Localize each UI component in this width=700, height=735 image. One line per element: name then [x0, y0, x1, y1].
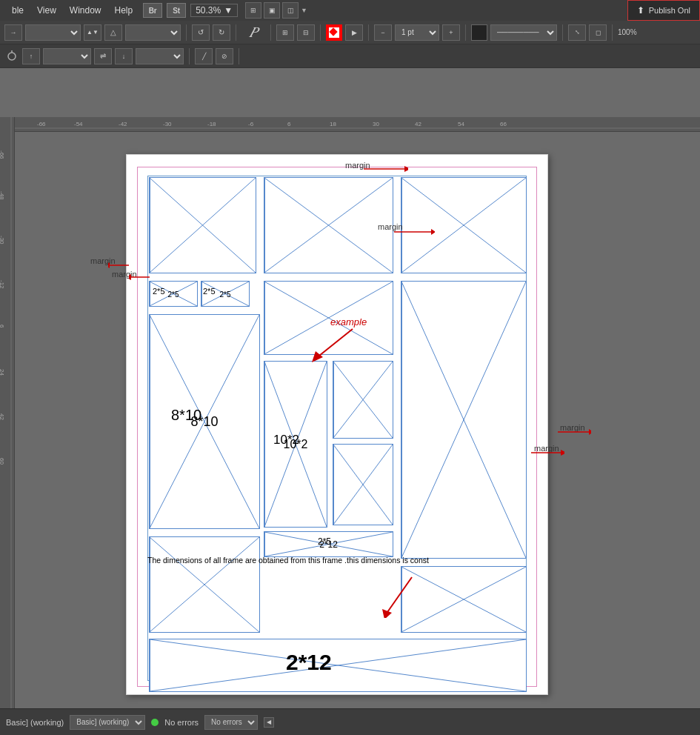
desc-arrow: [364, 573, 423, 618]
rotate-cw[interactable]: ↻: [213, 24, 230, 41]
scale-icon[interactable]: ⤡: [568, 24, 586, 41]
text-tool-icon: 𝑃: [241, 22, 265, 43]
align-horiz[interactable]: ⊞: [276, 24, 294, 41]
magnet-icon[interactable]: [4, 48, 19, 64]
svg-text:60: 60: [0, 458, 5, 465]
view-icon2[interactable]: ▣: [264, 2, 280, 19]
stroke-color[interactable]: [326, 24, 342, 41]
svg-text:6: 6: [0, 325, 5, 328]
margin-top-arrow: [364, 164, 408, 174]
svg-line-60: [316, 329, 353, 359]
menu-view[interactable]: View: [31, 4, 62, 17]
svg-marker-67: [431, 229, 435, 235]
transform-icon[interactable]: △: [104, 24, 122, 41]
svg-text:24: 24: [0, 369, 5, 376]
menu-window[interactable]: Window: [64, 4, 107, 17]
svg-marker-55: [404, 166, 408, 172]
x-select[interactable]: [43, 48, 91, 64]
frame-bot-left: [149, 536, 260, 633]
status-bar: Basic] (working) Basic] (working) No err…: [0, 708, 700, 735]
stroke-color-box[interactable]: [471, 24, 487, 41]
sep1: [186, 24, 187, 41]
page: 2*5 2*5 8*10: [126, 154, 548, 695]
svg-point-0: [8, 53, 16, 60]
frame-2x12: [149, 639, 527, 692]
svg-marker-63: [382, 609, 392, 618]
frame-10x2-left: 10*2: [264, 361, 327, 528]
fill-arrow[interactable]: ▶: [345, 24, 363, 41]
shear-icon[interactable]: ╱: [195, 48, 213, 64]
svg-text:-42: -42: [119, 121, 127, 127]
stroke-minus[interactable]: −: [374, 24, 392, 41]
frame-center-rt: [333, 361, 393, 439]
svg-text:-18: -18: [207, 121, 216, 127]
view-icon3[interactable]: ◫: [282, 2, 299, 19]
down-arrow-btn[interactable]: ↓: [115, 48, 133, 64]
y-select[interactable]: [136, 48, 184, 64]
margin-left-arrow: [129, 272, 151, 282]
stroke-plus[interactable]: +: [442, 24, 460, 41]
bridge-button[interactable]: Br: [143, 3, 162, 18]
frame-top-right: [401, 177, 527, 273]
menu-help[interactable]: Help: [109, 4, 139, 17]
svg-text:66: 66: [500, 121, 507, 127]
transform-select[interactable]: [125, 24, 181, 41]
effects-icon[interactable]: ◻: [589, 24, 607, 41]
zoom-display[interactable]: 50.3% ▼: [190, 4, 238, 17]
errors-select[interactable]: No errors: [204, 715, 258, 730]
profile-text: Basic] (working): [6, 718, 64, 727]
sep4: [320, 24, 321, 41]
align-select[interactable]: [25, 24, 81, 41]
stroke-style-select[interactable]: ────────: [490, 24, 557, 41]
label-2x5-left: 2*5: [167, 290, 179, 298]
svg-text:42: 42: [0, 413, 5, 420]
svg-text:30: 30: [373, 121, 379, 127]
svg-text:-66: -66: [0, 150, 5, 159]
ruler-vertical: -66 -48 -30 -12 6 24 42 60: [0, 117, 15, 735]
no-errors-text: No errors: [164, 718, 199, 727]
publish-label: Publish Onl: [649, 6, 690, 15]
frame-top-center: [264, 177, 393, 273]
svg-marker-57: [129, 274, 131, 280]
svg-marker-59: [561, 450, 564, 456]
example-arrow: [297, 325, 356, 362]
margin-left-outside-arrow: [108, 260, 130, 270]
arrow-tool[interactable]: →: [4, 24, 22, 41]
flip-v-button[interactable]: ▲▼: [84, 24, 101, 41]
grid-icon[interactable]: ⊞: [245, 2, 261, 19]
stock-button[interactable]: St: [167, 3, 186, 18]
align-vert[interactable]: ⊟: [297, 24, 315, 41]
view-icons: ⊞ ▣ ◫ ▼: [245, 2, 307, 19]
svg-text:-30: -30: [0, 236, 5, 245]
svg-marker-61: [312, 351, 323, 362]
status-indicator: [151, 719, 159, 726]
publish-button[interactable]: ⬆ Publish Onl: [627, 0, 700, 21]
zoom-value: 50.3%: [196, 5, 221, 16]
svg-text:-12: -12: [0, 280, 5, 289]
up-arrow-btn[interactable]: ↑: [22, 48, 40, 64]
label-8x10: 8*10: [190, 414, 218, 430]
sep9: [189, 48, 190, 64]
frame-2x5-left: 2*5: [149, 281, 198, 307]
rotate-ccw[interactable]: ↺: [192, 24, 210, 41]
canvas-area: 2*5 2*5 8*10: [15, 132, 700, 708]
profile-label: Basic] (working): [6, 718, 64, 727]
sep6: [465, 24, 466, 41]
menu-ble[interactable]: ble: [6, 4, 30, 17]
sep10: [239, 48, 239, 64]
swap-btn[interactable]: ⇌: [94, 48, 112, 64]
scroll-left-btn[interactable]: ◀: [264, 717, 274, 728]
profile-select[interactable]: Basic] (working): [70, 715, 145, 730]
description-text: The dimensions of all frame are obtained…: [147, 555, 466, 566]
sep5: [368, 24, 369, 41]
frame-8x10: 8*10: [149, 314, 260, 529]
frame-center-rb: [333, 444, 393, 525]
svg-text:18: 18: [330, 121, 336, 127]
skew-icon[interactable]: ⊘: [216, 48, 233, 64]
sep8: [612, 24, 613, 41]
toolbar-row-1: → ▲▼ △ ↺ ↻ 𝑃 ⊞ ⊟ ▶ − 1 pt + ──────── ⤡ ◻…: [0, 21, 700, 44]
opacity-label: 100%: [618, 28, 637, 36]
stroke-weight-select[interactable]: 1 pt: [395, 24, 439, 41]
margin-top-outside-arrow: [394, 227, 435, 237]
margin-right-outside-arrow: [558, 427, 591, 437]
